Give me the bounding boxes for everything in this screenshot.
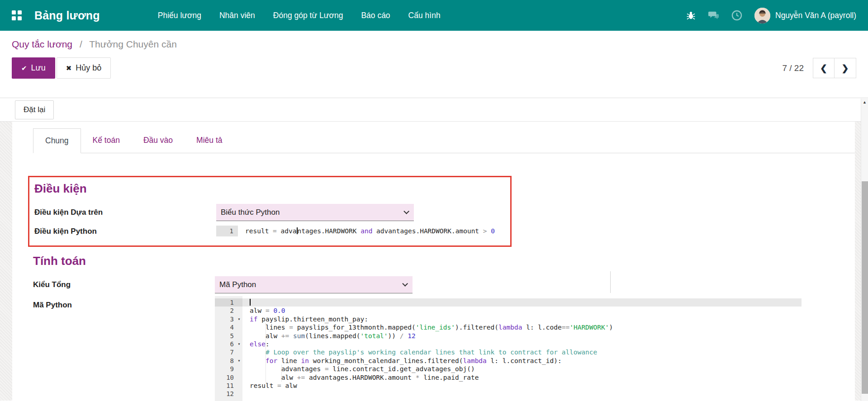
line-number: 4 bbox=[215, 323, 242, 331]
breadcrumb-parent-link[interactable]: Quy tắc lương bbox=[12, 39, 72, 49]
condition-highlight-box: Điều kiện Điều kiện Dựa trên Biểu thức P… bbox=[28, 176, 512, 247]
code-line: result = alw bbox=[242, 382, 297, 390]
avatar[interactable] bbox=[754, 8, 770, 24]
pager-previous-button[interactable]: ❮ bbox=[813, 58, 835, 78]
code-row[interactable]: 4 lines = payslips_for_13thmonth.mapped(… bbox=[215, 323, 802, 331]
line-number: 1 bbox=[215, 298, 242, 307]
save-label: Lưu bbox=[31, 63, 46, 73]
condition-based-on-value: Biểu thức Python bbox=[221, 208, 280, 217]
clock-icon[interactable] bbox=[731, 10, 742, 21]
code-line: alw = 0.0 bbox=[242, 307, 285, 315]
code-line: for line in working_month_calendar_lines… bbox=[242, 357, 562, 365]
code-row[interactable]: 11result = alw bbox=[215, 382, 802, 390]
code-line: alw += advantages.HARDWORK.amount * line… bbox=[242, 373, 479, 382]
line-number: 12 bbox=[215, 390, 242, 398]
pager: 7 / 22 ❮ ❯ bbox=[782, 58, 856, 78]
breadcrumb: Quy tắc lương / Thưởng Chuyên cần bbox=[12, 39, 856, 50]
apps-menu-icon[interactable] bbox=[12, 10, 22, 20]
notebook-tabs: Chung Kế toán Đầu vào Miêu tả bbox=[33, 128, 855, 153]
line-number: 8▾ bbox=[215, 357, 242, 365]
line-number: 1 bbox=[216, 226, 238, 236]
tab-ke-toan[interactable]: Kế toán bbox=[81, 128, 132, 153]
form-sheet: Chung Kế toán Đầu vào Miêu tả Điều kiện … bbox=[12, 122, 855, 401]
app-title[interactable]: Bảng lương bbox=[34, 9, 100, 22]
code-row[interactable]: 1 bbox=[215, 298, 802, 307]
chevron-down-icon bbox=[402, 281, 408, 287]
main-menu: Phiếu lương Nhân viên Đóng góp từ Lương … bbox=[158, 11, 441, 20]
condition-python-label: Điều kiện Python bbox=[34, 227, 216, 236]
save-button[interactable]: ✔ Lưu bbox=[12, 57, 55, 79]
amount-type-value: Mã Python bbox=[219, 280, 256, 289]
code-line: # Loop over the payslip's working calend… bbox=[242, 348, 597, 356]
code-row[interactable]: 12 bbox=[215, 390, 802, 398]
code-row[interactable]: 5 alw += sum(lines.mapped('total')) / 12 bbox=[215, 332, 802, 340]
form-background: Chung Kế toán Đầu vào Miêu tả Điều kiện … bbox=[0, 122, 868, 401]
form-statusbar: Đặt lại bbox=[0, 98, 868, 122]
line-number: 5 bbox=[215, 332, 242, 340]
menu-dong-gop[interactable]: Đóng góp từ Lương bbox=[273, 11, 343, 20]
code-line: result = advantages.HARDWORK and advanta… bbox=[238, 226, 495, 236]
menu-phieu-luong[interactable]: Phiếu lương bbox=[158, 11, 201, 20]
chevron-down-icon bbox=[403, 208, 409, 214]
code-line: else: bbox=[242, 340, 270, 348]
chat-icon[interactable] bbox=[708, 10, 719, 21]
line-number: 10 bbox=[215, 373, 242, 382]
reset-button[interactable]: Đặt lại bbox=[15, 100, 54, 119]
tab-chung[interactable]: Chung bbox=[33, 128, 81, 153]
python-code-editor[interactable]: 12alw = 0.03▾if payslip.thirteen_month_p… bbox=[215, 296, 802, 401]
bug-icon[interactable] bbox=[685, 10, 696, 21]
condition-python-editor[interactable]: 1result = advantages.HARDWORK and advant… bbox=[216, 225, 512, 238]
line-number: 3▾ bbox=[215, 315, 242, 323]
line-number: 6▾ bbox=[215, 340, 242, 348]
condition-section-title: Điều kiện bbox=[34, 182, 510, 196]
code-row[interactable]: 2alw = 0.0 bbox=[215, 307, 802, 315]
code-line bbox=[242, 390, 250, 398]
apps-square bbox=[18, 16, 22, 20]
menu-nhan-vien[interactable]: Nhân viên bbox=[219, 11, 255, 20]
tab-mieu-ta[interactable]: Miêu tả bbox=[185, 128, 234, 153]
line-number: 2 bbox=[215, 307, 242, 315]
menu-bao-cao[interactable]: Báo cáo bbox=[361, 11, 390, 20]
pager-next-button[interactable]: ❯ bbox=[835, 58, 856, 78]
amount-type-select[interactable]: Mã Python bbox=[215, 276, 413, 293]
pager-value: 7 / 22 bbox=[782, 63, 804, 73]
menu-cau-hinh[interactable]: Cấu hình bbox=[408, 11, 441, 20]
code-row[interactable]: 7 # Loop over the payslip's working cale… bbox=[215, 348, 802, 356]
apps-square bbox=[12, 16, 16, 20]
apps-square bbox=[12, 10, 16, 14]
fold-icon[interactable]: ▾ bbox=[236, 315, 242, 323]
text-cursor bbox=[250, 299, 251, 306]
fold-icon[interactable]: ▾ bbox=[236, 357, 242, 365]
breadcrumb-current: Thưởng Chuyên cần bbox=[89, 39, 177, 49]
vertical-scrollbar[interactable]: ▲ bbox=[861, 99, 868, 401]
code-row[interactable]: 9 advantages = line.contract_id.get_adva… bbox=[215, 365, 802, 373]
field-cell-divider bbox=[610, 271, 611, 293]
code-line: lines = payslips_for_13thmonth.mapped('l… bbox=[242, 323, 613, 331]
chevron-right-icon: ❯ bbox=[842, 63, 849, 73]
code-row[interactable]: 1result = advantages.HARDWORK and advant… bbox=[216, 226, 512, 236]
check-icon: ✔ bbox=[21, 65, 27, 71]
breadcrumb-separator: / bbox=[80, 39, 82, 49]
apps-square bbox=[18, 10, 22, 14]
discard-label: Hủy bỏ bbox=[76, 63, 101, 73]
discard-button[interactable]: ✖ Hủy bỏ bbox=[57, 57, 111, 79]
tab-dau-vao[interactable]: Đầu vào bbox=[132, 128, 185, 153]
top-navbar: Bảng lương Phiếu lương Nhân viên Đóng gó… bbox=[0, 0, 868, 31]
scrollbar-thumb[interactable] bbox=[862, 181, 868, 394]
code-row[interactable]: 10 alw += advantages.HARDWORK.amount * l… bbox=[215, 373, 802, 382]
code-line: advantages = line.contract_id.get_advata… bbox=[242, 365, 475, 373]
user-name[interactable]: Nguyễn Văn A (payroll) bbox=[775, 11, 856, 20]
condition-based-on-select[interactable]: Biểu thức Python bbox=[216, 204, 414, 221]
amount-type-label: Kiểu Tổng bbox=[33, 280, 215, 289]
computation-section-title: Tính toán bbox=[33, 254, 855, 268]
code-row[interactable]: 3▾if payslip.thirteen_month_pay: bbox=[215, 315, 802, 323]
fold-icon[interactable]: ▾ bbox=[236, 340, 242, 348]
python-code-label: Mã Python bbox=[33, 296, 215, 310]
x-icon: ✖ bbox=[66, 65, 72, 71]
code-row[interactable]: 8▾ for line in working_month_calendar_li… bbox=[215, 357, 802, 365]
scroll-up-arrow[interactable]: ▲ bbox=[861, 99, 868, 106]
code-row[interactable]: 6▾else: bbox=[215, 340, 802, 348]
line-number: 11 bbox=[215, 382, 242, 390]
condition-based-on-label: Điều kiện Dựa trên bbox=[34, 208, 216, 217]
code-line: if payslip.thirteen_month_pay: bbox=[242, 315, 368, 323]
